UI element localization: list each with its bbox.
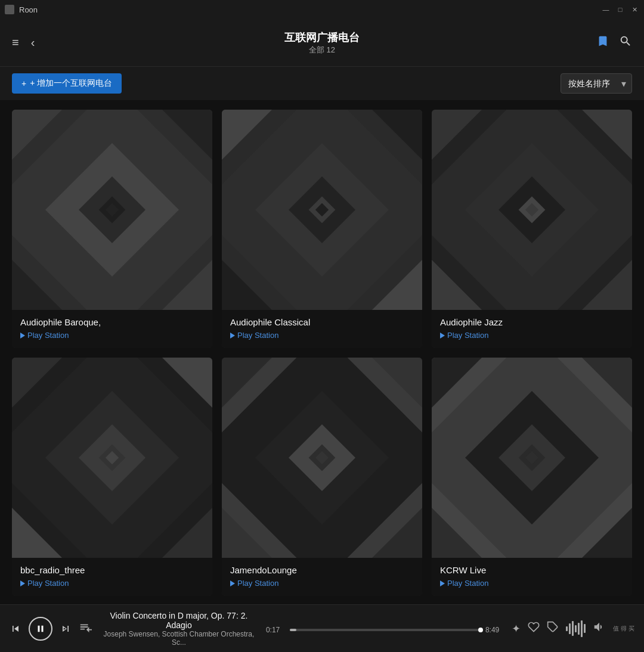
card-info: Audiophile Baroque,Play Station [12,310,212,348]
station-card[interactable]: KCRW LivePlay Station [432,358,632,596]
add-station-button[interactable]: + + 增加一个互联网电台 [12,73,122,94]
card-title: JamendoLounge [230,565,414,575]
card-title: bbc_radio_three [20,565,204,575]
bookmark-icon[interactable] [596,35,609,51]
station-card[interactable]: Audiophile ClassicalPlay Station [222,110,422,348]
progress-thumb [478,628,483,632]
close-button[interactable]: ✕ [630,5,639,14]
play-triangle-icon [20,333,25,339]
card-info: Audiophile ClassicalPlay Station [222,310,422,348]
card-info: Audiophile JazzPlay Station [432,310,632,348]
app-name: Roon [19,5,38,14]
window-controls: — □ ✕ [601,5,639,14]
play-station-button[interactable]: Play Station [20,331,204,340]
play-label: Play Station [237,579,278,588]
card-title: Audiophile Baroque, [20,317,204,327]
card-info: bbc_radio_threePlay Station [12,558,212,596]
station-card[interactable]: Audiophile JazzPlay Station [432,110,632,348]
minimize-button[interactable]: — [601,5,611,14]
tag-icon[interactable] [547,621,559,636]
card-title: Audiophile Jazz [440,317,624,327]
skip-forward-button[interactable] [60,623,72,635]
station-card[interactable]: Audiophile Baroque,Play Station [12,110,212,348]
station-grid-container: Audiophile Baroque,Play Station Audiophi… [0,100,644,604]
station-card[interactable]: bbc_radio_threePlay Station [12,358,212,596]
progress-bar[interactable] [290,629,481,631]
volume-icon[interactable] [593,620,606,637]
card-info: KCRW LivePlay Station [432,558,632,596]
skip-back-button[interactable] [10,623,21,635]
station-grid: Audiophile Baroque,Play Station Audiophi… [12,110,632,604]
now-playing-bar: Violin Concerto in D major, Op. 77: 2. A… [0,604,644,652]
play-station-button[interactable]: Play Station [20,579,204,588]
card-artwork [222,358,422,558]
right-controls: ✦ 值 得 买 [512,620,634,638]
add-icon: + [21,79,26,88]
card-title: Audiophile Classical [230,317,414,327]
card-artwork [432,358,632,558]
page-subtitle: 全部 12 [284,45,360,55]
play-triangle-icon [230,580,235,586]
maximize-button[interactable]: □ [615,5,625,14]
track-info: Violin Concerto in D major, Op. 77: 2. A… [99,611,259,647]
play-label: Play Station [27,579,69,588]
card-info: JamendoLoungePlay Station [222,558,422,596]
play-station-button[interactable]: Play Station [440,331,624,340]
header-center: 互联网广播电台 全部 12 [284,30,360,55]
play-station-button[interactable]: Play Station [440,579,624,588]
track-artist: Joseph Swensen, Scottish Chamber Orchest… [99,630,259,647]
sparkle-icon: ✦ [512,622,521,635]
station-card[interactable]: JamendoLoungePlay Station [222,358,422,596]
waveform-icon [566,620,586,638]
track-title: Violin Concerto in D major, Op. 77: 2. A… [99,611,259,630]
play-triangle-icon [230,333,235,339]
heart-icon[interactable] [528,621,540,636]
queue-icon[interactable] [79,620,92,637]
play-label: Play Station [447,331,488,340]
playback-controls [10,617,72,641]
play-station-button[interactable]: Play Station [230,579,414,588]
add-button-label: + 增加一个互联网电台 [30,78,112,89]
play-triangle-icon [440,580,445,586]
toolbar: + + 增加一个互联网电台 按姓名排序 [0,67,644,100]
header: ≡ ‹ 互联网广播电台 全部 12 [0,19,644,67]
hamburger-icon[interactable]: ≡ [12,36,19,49]
card-artwork [12,358,212,558]
play-label: Play Station [237,331,278,340]
card-artwork [12,110,212,310]
play-label: Play Station [447,579,488,588]
progress-fill [290,629,296,631]
card-artwork [222,110,422,310]
progress-area[interactable]: 0:17 8:49 [266,623,504,634]
play-triangle-icon [20,580,25,586]
watermark: 值 得 买 [613,625,634,633]
play-label: Play Station [27,331,69,340]
play-station-button[interactable]: Play Station [230,331,414,340]
total-time: 8:49 [485,626,504,634]
app-icon [5,5,14,14]
current-time: 0:17 [266,626,285,634]
search-icon[interactable] [619,35,632,51]
play-triangle-icon [440,333,445,339]
sort-select[interactable]: 按姓名排序 [561,73,632,94]
pause-button[interactable] [29,617,52,641]
title-bar: Roon — □ ✕ [0,0,644,19]
page-title: 互联网广播电台 [284,30,360,45]
back-icon[interactable]: ‹ [31,36,35,49]
card-artwork [432,110,632,310]
card-title: KCRW Live [440,565,624,575]
